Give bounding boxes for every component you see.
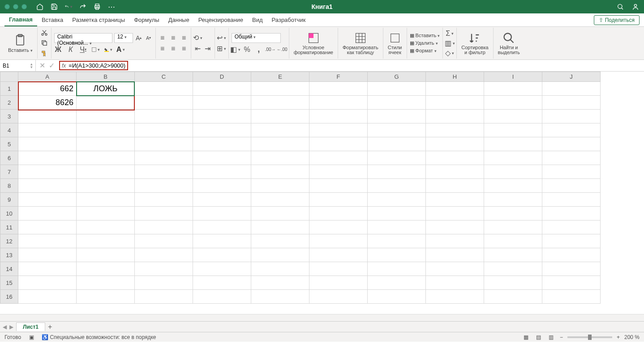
cell-J3[interactable] [542, 110, 601, 123]
cell-G1[interactable] [368, 82, 426, 96]
cell-J2[interactable] [542, 96, 601, 110]
cell-F13[interactable] [309, 248, 368, 262]
cell-G14[interactable] [368, 262, 426, 276]
conditional-format-button[interactable]: Условное форматирование [292, 31, 335, 56]
cell-I4[interactable] [484, 123, 542, 137]
cell-H3[interactable] [426, 110, 484, 123]
cell-C2[interactable] [135, 96, 193, 110]
border-button[interactable] [92, 46, 100, 54]
format-as-table-button[interactable]: Форматировать как таблицу [341, 31, 380, 56]
inc-decimal-icon[interactable]: .00→ [266, 46, 275, 54]
cell-D9[interactable] [193, 193, 251, 207]
cell-F8[interactable] [309, 179, 368, 193]
cell-F7[interactable] [309, 165, 368, 179]
cell-I10[interactable] [484, 207, 542, 221]
dec-decimal-icon[interactable]: ←.00 [278, 46, 286, 54]
cell-J6[interactable] [542, 151, 601, 165]
cell-F10[interactable] [309, 207, 368, 221]
cell-I14[interactable] [484, 262, 542, 276]
cell-C16[interactable] [135, 290, 193, 304]
cell-C13[interactable] [135, 248, 193, 262]
zoom-level[interactable]: 200 % [624, 334, 640, 340]
cell-F6[interactable] [309, 151, 368, 165]
cell-H8[interactable] [426, 179, 484, 193]
cell-J5[interactable] [542, 137, 601, 151]
cell-B7[interactable] [77, 165, 135, 179]
cell-E12[interactable] [251, 234, 309, 248]
cell-J14[interactable] [542, 262, 601, 276]
spreadsheet-grid[interactable]: ABCDEFGHIJ1662ЛОЖЬ2862634567891011121314… [0, 72, 644, 314]
sheet-tab-1[interactable]: Лист1 [16, 322, 45, 331]
find-select-button[interactable]: Найти и выделить [496, 31, 522, 56]
cell-I11[interactable] [484, 221, 542, 234]
cell-G11[interactable] [368, 221, 426, 234]
cell-styles-button[interactable]: Стили ячеек [386, 31, 404, 56]
cell-G2[interactable] [368, 96, 426, 110]
cell-A4[interactable] [18, 123, 77, 137]
fill-icon[interactable]: ▥ [446, 39, 454, 47]
cell-E10[interactable] [251, 207, 309, 221]
cell-J10[interactable] [542, 207, 601, 221]
cell-A9[interactable] [18, 193, 77, 207]
cell-F1[interactable] [309, 82, 368, 96]
cell-I13[interactable] [484, 248, 542, 262]
cell-B13[interactable] [77, 248, 135, 262]
confirm-icon[interactable]: ✓ [49, 61, 55, 70]
cell-F2[interactable] [309, 96, 368, 110]
cell-I5[interactable] [484, 137, 542, 151]
font-color-button[interactable]: А [117, 46, 125, 54]
cell-E8[interactable] [251, 179, 309, 193]
cell-C3[interactable] [135, 110, 193, 123]
cell-B2[interactable] [77, 96, 135, 110]
cell-B14[interactable] [77, 262, 135, 276]
cell-C5[interactable] [135, 137, 193, 151]
cell-I6[interactable] [484, 151, 542, 165]
cell-E2[interactable] [251, 96, 309, 110]
cell-A14[interactable] [18, 262, 77, 276]
cell-E4[interactable] [251, 123, 309, 137]
grow-font-icon[interactable]: A▴ [135, 34, 143, 42]
number-format-select[interactable]: Общий [232, 33, 281, 43]
formula-input[interactable]: =И(A1>300;A2>9000) [69, 62, 125, 69]
cell-H4[interactable] [426, 123, 484, 137]
name-box[interactable]: B1▴▾ [0, 60, 36, 71]
redo-icon[interactable] [79, 3, 87, 11]
bold-button[interactable]: Ж [54, 46, 62, 54]
merge-icon[interactable]: ⊞ [218, 45, 226, 53]
cell-E1[interactable] [251, 82, 309, 96]
add-sheet-icon[interactable]: + [48, 323, 52, 331]
macro-icon[interactable]: ▣ [27, 333, 35, 341]
tab-home[interactable]: Главная [4, 13, 37, 26]
user-icon[interactable] [631, 3, 640, 11]
cell-D1[interactable] [193, 82, 251, 96]
cell-I7[interactable] [484, 165, 542, 179]
cell-A13[interactable] [18, 248, 77, 262]
cell-E6[interactable] [251, 151, 309, 165]
cell-G15[interactable] [368, 276, 426, 290]
cut-icon[interactable] [40, 29, 48, 37]
print-icon[interactable] [93, 3, 101, 11]
orientation-icon[interactable]: ⟲ [194, 34, 202, 42]
cell-A2[interactable]: 8626 [18, 96, 77, 110]
cell-G6[interactable] [368, 151, 426, 165]
save-icon[interactable] [50, 3, 58, 11]
indent-dec-icon[interactable]: ⇤ [194, 45, 202, 53]
horizontal-scrollbar[interactable] [0, 314, 644, 321]
prev-sheet-icon[interactable]: ◀ [3, 324, 7, 330]
cell-I16[interactable] [484, 290, 542, 304]
cell-B15[interactable] [77, 276, 135, 290]
cell-C1[interactable] [135, 82, 193, 96]
autosum-icon[interactable]: Σ [446, 30, 454, 38]
cell-A6[interactable] [18, 151, 77, 165]
cell-H13[interactable] [426, 248, 484, 262]
cell-J8[interactable] [542, 179, 601, 193]
cell-A3[interactable] [18, 110, 77, 123]
cell-J16[interactable] [542, 290, 601, 304]
cell-G9[interactable] [368, 193, 426, 207]
italic-button[interactable]: К [67, 46, 75, 54]
cell-D5[interactable] [193, 137, 251, 151]
cell-J4[interactable] [542, 123, 601, 137]
fx-icon[interactable]: fx [62, 63, 66, 69]
cell-A10[interactable] [18, 207, 77, 221]
cell-D4[interactable] [193, 123, 251, 137]
